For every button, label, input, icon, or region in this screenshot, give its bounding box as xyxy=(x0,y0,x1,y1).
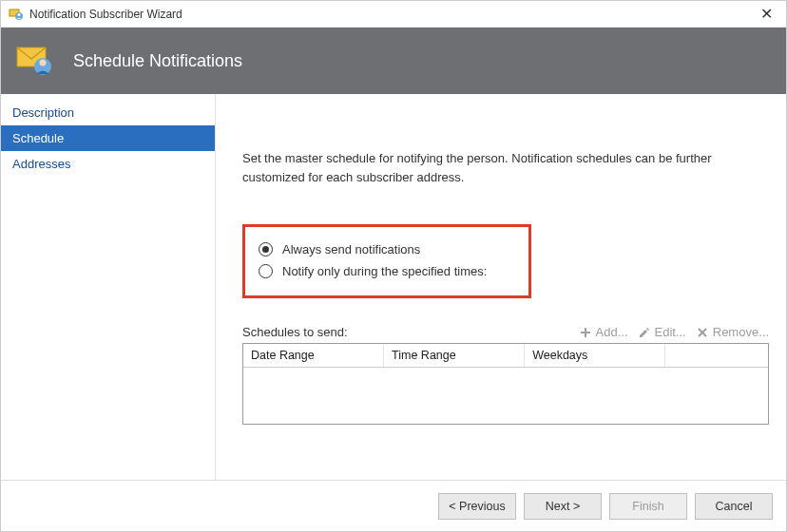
edit-button[interactable]: Edit... xyxy=(638,325,686,339)
title-bar-left: Notification Subscriber Wizard xyxy=(9,7,182,22)
plus-icon xyxy=(579,326,592,339)
app-icon xyxy=(9,7,24,22)
col-weekdays[interactable]: Weekdays xyxy=(525,344,665,367)
sidebar-item-schedule[interactable]: Schedule xyxy=(1,125,215,151)
svg-point-2 xyxy=(18,13,21,16)
add-button[interactable]: Add... xyxy=(579,325,628,339)
sidebar-item-description[interactable]: Description xyxy=(1,100,215,125)
col-spacer xyxy=(665,344,768,367)
header-title: Schedule Notifications xyxy=(73,51,242,71)
previous-button[interactable]: < Previous xyxy=(438,493,516,520)
wizard-window: Notification Subscriber Wizard ✕ Schedul… xyxy=(0,0,787,532)
col-time-range[interactable]: Time Range xyxy=(384,344,525,367)
radio-always-label: Always send notifications xyxy=(282,242,420,256)
add-label: Add... xyxy=(596,325,628,339)
table-header-row: Date Range Time Range Weekdays xyxy=(243,344,768,368)
schedules-toolbar: Add... Edit... Remove... xyxy=(579,325,769,339)
sidebar-item-addresses[interactable]: Addresses xyxy=(1,151,215,177)
notification-schedule-radio-group: Always send notifications Notify only du… xyxy=(242,224,531,298)
radio-specified-times[interactable]: Notify only during the specified times: xyxy=(259,260,511,282)
instructions-text: Set the master schedule for notifying th… xyxy=(242,149,737,186)
edit-label: Edit... xyxy=(655,325,686,339)
schedules-label: Schedules to send: xyxy=(242,325,348,339)
envelope-user-icon xyxy=(14,40,56,82)
header-banner: Schedule Notifications xyxy=(1,28,786,94)
close-button[interactable]: ✕ xyxy=(755,7,778,22)
body: Description Schedule Addresses Set the m… xyxy=(1,94,786,480)
radio-specified-label: Notify only during the specified times: xyxy=(282,264,487,278)
radio-selected-icon xyxy=(259,242,273,256)
finish-button: Finish xyxy=(609,493,687,520)
window-title: Notification Subscriber Wizard xyxy=(29,8,182,21)
svg-point-5 xyxy=(40,60,47,66)
cancel-button[interactable]: Cancel xyxy=(695,493,773,520)
schedules-table[interactable]: Date Range Time Range Weekdays xyxy=(242,343,769,425)
footer: < Previous Next > Finish Cancel xyxy=(1,480,786,531)
sidebar: Description Schedule Addresses xyxy=(1,94,216,480)
content-panel: Set the master schedule for notifying th… xyxy=(216,94,786,480)
next-button[interactable]: Next > xyxy=(524,493,602,520)
radio-unselected-icon xyxy=(259,264,273,278)
pencil-icon xyxy=(638,326,651,339)
x-icon xyxy=(696,326,709,339)
remove-label: Remove... xyxy=(713,325,769,339)
schedules-header: Schedules to send: Add... Edit... Rem xyxy=(242,325,769,339)
remove-button[interactable]: Remove... xyxy=(696,325,769,339)
col-date-range[interactable]: Date Range xyxy=(243,344,384,367)
schedules-area: Schedules to send: Add... Edit... Rem xyxy=(242,325,769,425)
radio-always-send[interactable]: Always send notifications xyxy=(259,238,511,260)
title-bar: Notification Subscriber Wizard ✕ xyxy=(1,1,786,28)
